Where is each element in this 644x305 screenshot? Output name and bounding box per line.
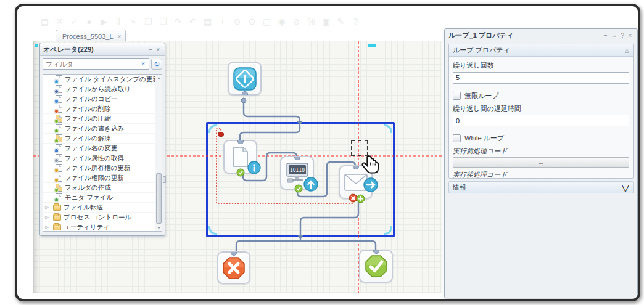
help-icon[interactable]: ? xyxy=(619,32,627,39)
zoom-in-icon[interactable]: ⊕ xyxy=(232,17,242,27)
clipboard-icon[interactable]: ▦ xyxy=(202,17,213,27)
loop-properties-panel: ループ_1 プロパティ − ⇔ ? × ループ プロパティ △ 繰り返し回数 無… xyxy=(444,28,638,298)
connector-socket xyxy=(294,157,300,160)
scrollbar-thumb[interactable] xyxy=(156,173,162,224)
clear-filter-icon[interactable]: × xyxy=(141,60,145,67)
float-icon[interactable]: ⇔ xyxy=(609,32,619,39)
check-badge-icon xyxy=(294,184,303,193)
delay-label: 繰り返し間の遅延時間 xyxy=(453,104,629,113)
file-operator-icon xyxy=(56,124,62,132)
expander-icon[interactable]: ▷ xyxy=(45,224,51,230)
stop-icon[interactable]: ● xyxy=(84,17,94,27)
section-header[interactable]: ループ プロパティ △ xyxy=(449,44,633,57)
minimize-icon[interactable]: − xyxy=(602,32,609,39)
connector-socket xyxy=(353,166,359,169)
operator-file-permission-update[interactable]: ファイル権限の更新 xyxy=(43,173,162,183)
connector-socket xyxy=(237,140,244,144)
minimize-icon[interactable]: − xyxy=(147,46,154,53)
paste-icon[interactable]: ❒ xyxy=(158,17,168,27)
expander-icon[interactable]: ▷ xyxy=(45,205,51,210)
operator-file-timestamp-update[interactable]: ファイル タイムスタンプの更新 xyxy=(43,75,162,84)
close-icon[interactable]: × xyxy=(154,46,162,53)
collapse-icon[interactable]: △ xyxy=(625,47,629,54)
operator-panel-title: オペレータ(229) xyxy=(43,45,147,54)
file-operator-icon xyxy=(56,85,62,93)
operator-file-decompress[interactable]: ファイルの解凍 xyxy=(43,134,162,144)
layout-icon[interactable]: ▣ xyxy=(321,17,331,27)
error-end-icon xyxy=(222,256,246,280)
properties-panel-title: ループ_1 プロパティ xyxy=(448,31,602,40)
filter-input[interactable] xyxy=(43,58,149,70)
operator-file-write[interactable]: ファイルの書き込み xyxy=(43,124,162,134)
operator-panel: オペレータ(229) − × × ↻ ファイル タイムスタンプの更新 xyxy=(39,43,165,236)
debug-icon[interactable]: ➢ xyxy=(128,17,139,27)
scroll-up-icon[interactable]: ▲ xyxy=(155,75,162,81)
tab-close-icon[interactable]: × xyxy=(118,33,122,40)
operator-file-copy[interactable]: ファイルのコピー xyxy=(43,94,162,104)
record-icon[interactable]: ◉ xyxy=(276,17,287,27)
zoom-out-icon[interactable]: ⊖ xyxy=(247,17,257,27)
success-end-node[interactable] xyxy=(359,250,393,283)
loop-properties-section: ループ プロパティ △ 繰り返し回数 無限ループ 繰り返し間の遅延時間 Whil… xyxy=(448,44,634,179)
help-icon[interactable]: ? xyxy=(350,17,361,27)
while-loop-checkbox[interactable] xyxy=(453,134,461,142)
refresh-icon[interactable]: ↻ xyxy=(151,59,162,70)
operator-file-read[interactable]: ファイルから読み取り xyxy=(43,84,162,94)
validate-icon[interactable]: ✓ xyxy=(69,17,80,27)
folder-icon xyxy=(53,224,61,230)
operator-file-compress[interactable]: ファイルの圧縮 xyxy=(43,114,162,124)
panel-resize-grip[interactable] xyxy=(163,176,166,183)
scroll-down-icon[interactable]: ▼ xyxy=(155,224,162,231)
connector-socket xyxy=(373,250,379,254)
operator-file-rename[interactable]: ファイル名の変更 xyxy=(43,144,162,153)
folder-icon xyxy=(53,214,61,221)
tab-process[interactable]: Process_5503_L × xyxy=(56,30,126,41)
repeat-count-input[interactable] xyxy=(453,72,629,84)
info-section-header[interactable]: 情報 ▽ xyxy=(448,181,634,193)
edit-icon[interactable]: ✎ xyxy=(336,17,346,27)
terminal-node[interactable]: IOIIO xyxy=(280,156,314,190)
zoom-reset-icon[interactable]: ⊘ xyxy=(291,17,302,27)
add-badge-icon xyxy=(356,194,365,203)
list-scrollbar[interactable]: ▲ ▼ xyxy=(155,75,162,231)
info-badge-icon xyxy=(247,160,262,175)
operator-file-get-attributes[interactable]: ファイル属性の取得 xyxy=(43,153,162,163)
section-title: ループ プロパティ xyxy=(453,46,625,55)
select-icon[interactable]: + xyxy=(217,17,228,27)
file-operator-icon xyxy=(56,144,62,152)
delete-icon[interactable]: ✕ xyxy=(54,17,65,27)
pre-exec-label: 実行前処理コード xyxy=(453,147,629,156)
collapse-icon[interactable]: ▽ xyxy=(622,182,629,193)
infinite-loop-checkbox[interactable] xyxy=(453,92,461,100)
redo-icon[interactable]: ↷ xyxy=(173,17,183,27)
step-run-icon[interactable]: ‖ xyxy=(114,17,124,27)
error-end-node[interactable] xyxy=(217,251,250,284)
copy-icon[interactable]: ❐ xyxy=(143,17,154,27)
post-exec-label: 実行後処理コード xyxy=(453,170,629,179)
operator-monitor-file[interactable]: モニタ ファイル xyxy=(43,193,162,203)
operator-list: ファイル タイムスタンプの更新 ファイルから読み取り ファイルのコピー ファ xyxy=(43,74,162,232)
connector-socket xyxy=(242,91,248,95)
operator-file-owner-update[interactable]: ファイル所有権の更新 xyxy=(43,163,162,173)
operator-group-utility[interactable]: ▷ ユーティリティ xyxy=(43,222,162,232)
operator-folder-create[interactable]: フォルダの作成 xyxy=(43,183,162,193)
success-end-icon xyxy=(365,254,388,278)
operator-group-file-transfer[interactable]: ▷ ファイル転送 xyxy=(43,203,162,213)
save-icon[interactable]: ▤ xyxy=(39,17,50,27)
file-read-node[interactable] xyxy=(223,140,257,174)
operator-group-process-control[interactable]: ▷ プロセス コントロール xyxy=(43,213,162,222)
send-badge-icon xyxy=(363,177,379,193)
start-node[interactable] xyxy=(228,62,262,96)
pre-exec-code-button[interactable]: ... xyxy=(453,157,629,168)
zoom-fit-icon[interactable]: ▢ xyxy=(262,17,272,27)
upload-badge-icon xyxy=(303,176,319,192)
delay-input[interactable] xyxy=(453,115,629,126)
run-icon[interactable]: ▶ xyxy=(99,17,109,27)
undo-icon[interactable]: ↶ xyxy=(188,17,198,27)
start-icon xyxy=(233,67,257,91)
close-icon[interactable]: × xyxy=(626,32,634,39)
expander-icon[interactable]: ▷ xyxy=(45,214,51,220)
operator-file-delete[interactable]: ファイルの削除 xyxy=(43,104,162,114)
main-toolbar: ▤✕✓●▶‖➢❐❒↷↶▦+⊕⊖▢◉⊘%▣✎? xyxy=(39,14,385,30)
zoom-percent-icon[interactable]: % xyxy=(306,17,316,27)
